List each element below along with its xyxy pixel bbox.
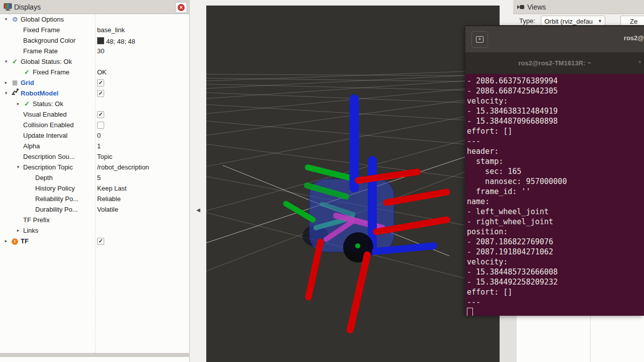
expand-arrow-down-icon[interactable]: ▾ — [2, 14, 10, 25]
close-icon: ✕ — [178, 4, 185, 11]
displays-panel-title: Displays — [14, 3, 41, 11]
render-viewport[interactable] — [206, 6, 500, 362]
property-label: Collision Enabled — [23, 120, 73, 130]
terminal-line: - 2087.191804271062 — [467, 247, 644, 257]
status-ok-icon: ✓ — [22, 67, 32, 77]
property-value[interactable]: Topic — [97, 151, 112, 162]
property-label: Status: Ok — [33, 99, 63, 109]
views-list-area[interactable] — [517, 316, 644, 362]
tree-row[interactable]: Frame Rate30 — [0, 46, 189, 56]
collapse-left-triangle-icon[interactable]: ◀ — [195, 204, 202, 217]
expand-arrow-right-icon[interactable]: ▸ — [2, 77, 10, 88]
tree-row[interactable]: ▸Links — [0, 225, 189, 236]
tree-row[interactable]: ▾Description Topic/robot_description — [0, 162, 189, 172]
checkbox-unchecked[interactable] — [97, 122, 104, 129]
terminal-window-title: ros2@ — [624, 34, 644, 42]
displays-close-button[interactable]: ✕ — [175, 2, 187, 13]
rviz-window: Displays ✕ ▾⚙Global OptionsFixed Frameba… — [0, 0, 644, 362]
tree-row[interactable]: Collision Enabled — [0, 120, 189, 130]
status-ok-icon: ✓ — [10, 56, 20, 67]
view-type-dropdown[interactable]: Orbit (rviz_defau ▼ — [541, 16, 605, 26]
x-axis-rod — [308, 242, 320, 297]
property-value[interactable]: 30 — [97, 46, 104, 56]
terminal-output: - 2086.6637576389994- 2086.6687425042305… — [467, 76, 644, 307]
property-value[interactable]: 5 — [97, 172, 101, 183]
property-value[interactable]: base_link — [97, 25, 125, 35]
robot-model — [286, 99, 447, 330]
views-panel-icon — [517, 4, 525, 10]
tf-warning-icon: ! — [10, 236, 20, 246]
view-type-label: Type: — [519, 17, 535, 25]
tree-row[interactable]: ▸!TF✓ — [0, 236, 189, 246]
view-type-value: Orbit (rviz_defau — [544, 18, 593, 25]
expand-arrow-right-icon[interactable]: ▸ — [2, 236, 10, 246]
wheel-joint-dot — [355, 243, 360, 248]
terminal-line: sec: 165 — [467, 166, 644, 176]
grid-line — [206, 74, 500, 88]
tree-row[interactable]: ▾✓Global Status: Ok — [0, 56, 189, 67]
terminal-line: - 2086.6687425042305 — [467, 86, 644, 96]
tree-row[interactable]: Fixed Framebase_link — [0, 25, 189, 35]
terminal-line: nanosec: 957000000 — [467, 176, 644, 187]
property-label: Durability Po... — [35, 204, 78, 215]
property-value[interactable]: 1 — [97, 141, 101, 151]
tree-row[interactable]: Reliability Po...Reliable — [0, 194, 189, 204]
expand-arrow-right-icon[interactable]: ▸ — [14, 99, 22, 109]
tree-row[interactable]: TF Prefix — [0, 215, 189, 225]
checkbox-checked[interactable]: ✓ — [97, 79, 104, 86]
new-tab-button[interactable]: + — [471, 31, 488, 48]
tree-row[interactable]: Alpha1 — [0, 141, 189, 151]
robot-icon — [10, 88, 20, 99]
terminal-line: header: — [467, 146, 644, 156]
tree-row[interactable]: Background Color48; 48; 48 — [0, 35, 189, 46]
new-tab-icon: + — [476, 36, 484, 43]
terminal-line: velocity: — [467, 257, 644, 267]
terminal-tab[interactable]: ros2@ros2-TM1613R: ~ — [518, 59, 591, 67]
property-value-text: /robot_description — [97, 163, 149, 171]
y-axis-rod — [286, 204, 313, 220]
property-value[interactable]: 48; 48; 48 — [97, 35, 135, 46]
property-value[interactable]: Reliable — [97, 194, 121, 204]
grid-line — [206, 78, 500, 82]
terminal-titlebar[interactable]: + ros2@ — [465, 26, 644, 52]
checkbox-checked[interactable]: ✓ — [97, 90, 104, 97]
tree-row[interactable]: Visual Enabled✓ — [0, 109, 189, 120]
property-label: Depth — [35, 172, 53, 183]
tree-row[interactable]: Durability Po...Volatile — [0, 204, 189, 215]
property-value[interactable]: Volatile — [97, 204, 118, 215]
checkbox-checked[interactable]: ✓ — [97, 111, 104, 118]
tree-row[interactable]: Description Sou...Topic — [0, 151, 189, 162]
tree-row[interactable]: History PolicyKeep Last — [0, 183, 189, 194]
terminal-line: velocity: — [467, 96, 644, 106]
terminal-tabbar: ros2@ros2-TM1613R: ~ ▾ — [465, 52, 644, 74]
zero-button[interactable]: Ze — [620, 16, 644, 26]
checkbox-checked[interactable]: ✓ — [97, 238, 104, 245]
tree-row[interactable]: ▾⚙Global Options — [0, 14, 189, 25]
tree-row[interactable]: ▸▦Grid✓ — [0, 77, 189, 88]
property-label: Fixed Frame — [33, 67, 69, 77]
property-value[interactable]: Keep Last — [97, 183, 127, 194]
property-value[interactable]: 0 — [97, 130, 101, 141]
tree-row[interactable]: Update Interval0 — [0, 130, 189, 141]
property-value[interactable]: OK — [97, 67, 107, 77]
terminal-line: - right_wheel_joint — [467, 217, 644, 227]
views-panel-titlebar[interactable]: Views — [513, 0, 644, 14]
terminal-line: --- — [467, 136, 644, 146]
property-label: Reliability Po... — [35, 194, 78, 204]
displays-panel-titlebar[interactable]: Displays ✕ — [0, 0, 189, 14]
dock-splitter[interactable]: ◀ — [190, 0, 206, 362]
property-label: TF — [21, 236, 29, 246]
chevron-down-icon[interactable]: ▾ — [638, 59, 641, 64]
expand-arrow-down-icon[interactable]: ▾ — [2, 56, 10, 67]
property-value[interactable]: /robot_description — [97, 162, 149, 172]
expand-arrow-down-icon[interactable]: ▾ — [14, 162, 22, 172]
terminal-line: - 2087.186822769076 — [467, 237, 644, 247]
expand-arrow-down-icon[interactable]: ▾ — [2, 88, 10, 99]
tree-row[interactable]: ▸✓Status: Ok — [0, 99, 189, 109]
tree-row[interactable]: ✓Fixed FrameOK — [0, 67, 189, 77]
expand-arrow-right-icon[interactable]: ▸ — [14, 225, 22, 236]
tree-row[interactable]: ▾RobotModel✓ — [0, 88, 189, 99]
tree-row[interactable]: Depth5 — [0, 172, 189, 183]
terminal-content[interactable]: - 2086.6637576389994- 2086.6687425042305… — [465, 74, 644, 316]
property-label: Global Status: Ok — [21, 56, 72, 67]
